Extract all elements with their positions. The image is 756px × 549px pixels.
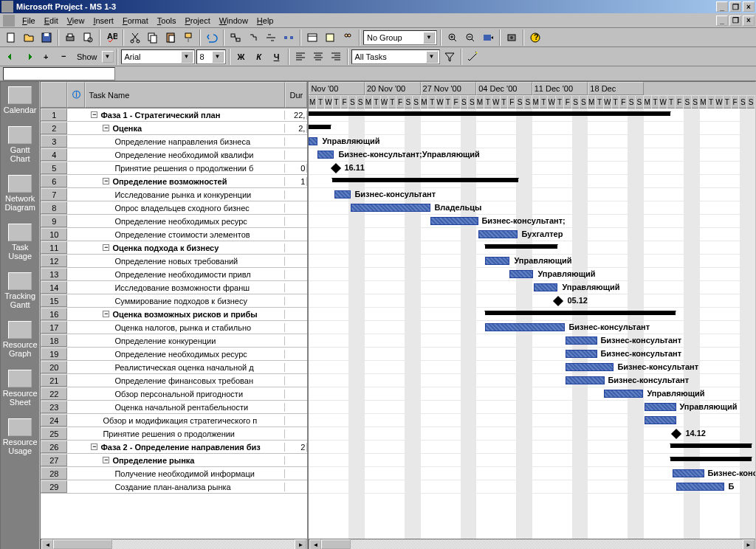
view-gantt[interactable]: Gantt Chart bbox=[1, 125, 39, 165]
task-row[interactable]: 16−Оценка возможных рисков и прибы bbox=[41, 308, 307, 321]
zoom-in-button[interactable] bbox=[444, 30, 461, 46]
format-painter-button[interactable] bbox=[180, 30, 196, 46]
indent-button[interactable] bbox=[21, 49, 37, 65]
filter-combo[interactable]: All Tasks ▼ bbox=[351, 49, 440, 64]
task-name-cell[interactable]: −Определение рынка bbox=[85, 456, 285, 465]
row-id[interactable]: 11 bbox=[41, 241, 67, 254]
task-row[interactable]: 10Определение стоимости элементов bbox=[41, 228, 307, 241]
task-row[interactable]: 15Суммирование подходов к бизнесу bbox=[41, 294, 307, 308]
collapse-icon[interactable]: − bbox=[103, 125, 109, 131]
task-name-cell[interactable]: −Определение возможностей bbox=[85, 177, 285, 186]
task-row[interactable]: 11−Оценка подхода к бизнесу bbox=[41, 241, 307, 255]
task-row[interactable]: 18Определение конкуренции bbox=[41, 334, 307, 348]
milestone-icon[interactable] bbox=[331, 163, 341, 173]
row-id[interactable]: 8 bbox=[41, 201, 67, 214]
task-bar[interactable] bbox=[485, 257, 509, 265]
duration-cell[interactable]: 22, bbox=[285, 111, 307, 120]
print-preview-button[interactable] bbox=[80, 30, 96, 46]
task-row[interactable]: 8Опрос владельцев сходного бизнес bbox=[41, 201, 307, 215]
milestone-icon[interactable] bbox=[671, 429, 681, 439]
row-id[interactable]: 26 bbox=[41, 441, 67, 453]
task-bar[interactable] bbox=[604, 390, 643, 398]
view-res-graph[interactable]: Resource Graph bbox=[1, 320, 39, 359]
close-button[interactable]: × bbox=[743, 1, 755, 12]
duration-cell[interactable]: 1 bbox=[285, 177, 307, 186]
task-name-cell[interactable]: Определение необходимой квалифи bbox=[85, 151, 285, 159]
row-id[interactable]: 2 bbox=[41, 122, 67, 134]
task-name-cell[interactable]: −Оценка bbox=[85, 124, 285, 133]
task-name-cell[interactable]: Опрос владельцев сходного бизнес bbox=[85, 204, 285, 213]
maximize-button[interactable]: ❐ bbox=[729, 1, 741, 12]
autofilter-button[interactable] bbox=[441, 49, 458, 65]
task-row[interactable]: 5Принятие решения о продолжении б0 bbox=[41, 162, 307, 175]
task-name-cell[interactable]: −Фаза 2 - Определение направления биз bbox=[85, 443, 285, 452]
task-bar[interactable] bbox=[430, 217, 478, 225]
task-bar[interactable] bbox=[317, 151, 334, 159]
new-button[interactable] bbox=[3, 30, 19, 46]
task-row[interactable]: 21Определение финансовых требован bbox=[41, 374, 307, 387]
summary-bar[interactable] bbox=[485, 244, 557, 249]
summary-bar[interactable] bbox=[485, 311, 676, 315]
show-subtasks-button[interactable]: + bbox=[38, 49, 55, 65]
task-bar[interactable] bbox=[645, 403, 676, 411]
split-task-button[interactable] bbox=[281, 30, 297, 46]
task-name-cell[interactable]: Реалистическая оценка начальной д bbox=[85, 363, 285, 372]
summary-bar[interactable] bbox=[670, 443, 752, 448]
collapse-icon[interactable]: − bbox=[91, 111, 97, 118]
outdent-button[interactable] bbox=[3, 49, 19, 65]
task-row[interactable]: 24Обзор и модификация стратегического п bbox=[41, 414, 307, 427]
row-id[interactable]: 25 bbox=[41, 427, 67, 440]
row-id[interactable]: 7 bbox=[41, 188, 67, 201]
task-bar[interactable] bbox=[566, 363, 614, 371]
task-row[interactable]: 12Определение новых требований bbox=[41, 255, 307, 268]
col-header-info[interactable]: ⓘ bbox=[67, 82, 85, 108]
row-id[interactable]: 5 bbox=[41, 162, 67, 174]
row-id[interactable]: 12 bbox=[41, 255, 67, 267]
task-name-cell[interactable]: Определение направления бизнеса bbox=[85, 137, 285, 146]
task-bar[interactable] bbox=[645, 416, 676, 424]
summary-bar[interactable] bbox=[670, 457, 752, 461]
task-name-cell[interactable]: Определение финансовых требован bbox=[85, 376, 285, 385]
row-id[interactable]: 27 bbox=[41, 454, 67, 466]
collapse-icon[interactable]: − bbox=[91, 443, 97, 450]
task-name-cell[interactable]: Оценка налогов, рынка и стабильно bbox=[85, 323, 285, 332]
task-bar[interactable] bbox=[309, 137, 317, 145]
row-id[interactable]: 10 bbox=[41, 228, 67, 241]
task-name-cell[interactable]: Исследование рынка и конкуренции bbox=[85, 190, 285, 199]
task-row[interactable]: 4Определение необходимой квалифи bbox=[41, 148, 307, 162]
scroll-right-button[interactable]: ► bbox=[295, 539, 306, 549]
align-center-button[interactable] bbox=[310, 49, 326, 65]
task-row[interactable]: 14Исследование возможности франш bbox=[41, 281, 307, 294]
summary-bar[interactable] bbox=[309, 111, 670, 116]
menu-file[interactable]: File bbox=[18, 15, 40, 27]
collapse-icon[interactable]: − bbox=[103, 311, 109, 317]
col-header-duration[interactable]: Dur bbox=[285, 82, 307, 108]
menu-window[interactable]: Window bbox=[215, 15, 252, 27]
task-row[interactable]: 23Оценка начальной рентабельности bbox=[41, 401, 307, 414]
row-id[interactable]: 28 bbox=[41, 467, 67, 480]
scroll-left-button[interactable]: ◄ bbox=[309, 539, 321, 549]
assign-resources-button[interactable] bbox=[340, 30, 356, 46]
task-row[interactable]: 25Принятие решения о продолжении bbox=[41, 427, 307, 441]
row-id[interactable]: 22 bbox=[41, 387, 67, 400]
view-res-sheet[interactable]: Resource Sheet bbox=[1, 368, 39, 408]
summary-bar[interactable] bbox=[332, 178, 518, 182]
menu-view[interactable]: View bbox=[63, 15, 89, 27]
menu-format[interactable]: Format bbox=[118, 15, 153, 27]
spellcheck-button[interactable]: ABC bbox=[103, 30, 120, 46]
task-info-button[interactable] bbox=[304, 30, 320, 46]
task-row[interactable]: 26−Фаза 2 - Определение направления биз2 bbox=[41, 441, 307, 454]
link-tasks-button[interactable] bbox=[245, 30, 261, 46]
task-bar[interactable] bbox=[673, 469, 704, 477]
task-row[interactable]: 28Получение необходимой информаци bbox=[41, 467, 307, 480]
chevron-down-icon[interactable]: ▼ bbox=[426, 51, 438, 63]
row-id[interactable]: 18 bbox=[41, 334, 67, 347]
task-bar[interactable] bbox=[485, 323, 565, 331]
bold-button[interactable]: Ж bbox=[233, 49, 250, 65]
collapse-icon[interactable]: − bbox=[103, 178, 109, 184]
task-name-cell[interactable]: −Оценка подхода к бизнесу bbox=[85, 244, 285, 252]
copy-picture-button[interactable] bbox=[504, 30, 520, 46]
task-bar[interactable] bbox=[351, 204, 430, 212]
task-row[interactable]: 13Определение необходимости привл bbox=[41, 268, 307, 281]
task-name-cell[interactable]: Суммирование подходов к бизнесу bbox=[85, 297, 285, 305]
